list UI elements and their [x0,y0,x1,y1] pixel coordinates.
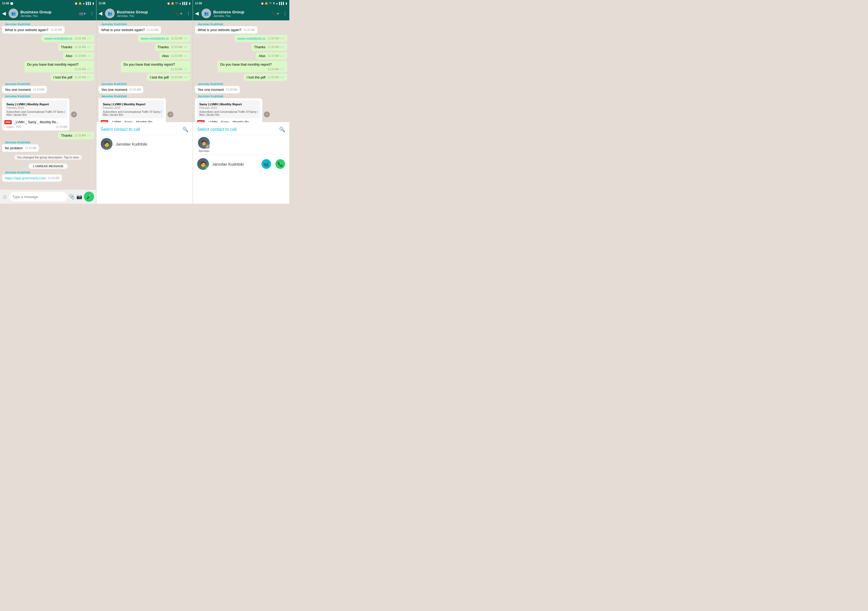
link-text-1[interactable]: www.rocketbots.io [44,36,72,40]
bubble-1: What is your website again? 11:32 AM [2,26,65,34]
message-row-3: Thanks 11:33 AM ✓✓ [2,43,94,51]
link-text-2[interactable]: https://app.grammarly.com [5,176,46,180]
group-title-3: Business Group [213,10,269,14]
bubble-9: Thanks 11:33 AM ✓✓ [58,132,94,139]
sender-name-10: Jaroslav Kudritski [2,141,30,144]
menu-icon-1[interactable]: ⋮ [90,11,94,16]
bubble-10: No problem 11:33 AM [2,144,39,152]
message-row-4: Also 11:33 AM ✓✓ [2,52,94,59]
alarm-icon-3: ⏰ [261,2,264,5]
battery-icon-3: ▮ [285,2,287,5]
pdf-icon-1: PDF [4,120,12,124]
recent-name-3: Jaroslav [198,149,209,152]
status-bar-2: 11:58 ⏰ 🔔 📷 ▲ ▌▌▌ ▮ [96,0,193,6]
wifi-icon-2: ▲ [179,2,181,5]
call-icon-2[interactable]: 📞+ [175,11,183,16]
search-button-2[interactable]: 🔍 [183,127,188,132]
status-time-3: 11:58 [195,2,202,5]
chat-body-3: Jaroslav Kudritski What is your website … [193,20,289,122]
status-bar-1: 11:58 ⬤ ⏰ 🔔 ▲ ▌▌▌ ▮ [0,0,96,6]
group-avatar-3: 👥 [202,9,211,18]
bubble-11: https://app.grammarly.com 11:52 AM [2,174,62,182]
share-btn-3[interactable]: ↗ [264,112,270,117]
message-row-11: Jaroslav Kudritski https://app.grammarly… [2,171,94,182]
back-button-1[interactable]: ◀ [2,11,6,16]
msg-3-8: Jaroslav Kudritski Samy | LVMH | Monthly… [195,95,287,122]
message-row-2: www.rocketbots.io 11:32 AM ✓✓ [2,35,94,42]
bubble-4: Also 11:33 AM ✓✓ [63,52,94,59]
bubble-3: Thanks 11:33 AM ✓✓ [58,43,94,51]
system-message-1[interactable]: You changed the group description. Tap t… [14,155,82,160]
sender-name-8: Jaroslav Kudritski [2,95,30,98]
back-button-3[interactable]: ◀ [195,11,199,16]
recent-avatar-3: 🧑 ✕ [198,137,210,149]
contact-avatar-3-1: 🧑 ✓ [197,158,209,170]
phone-call-button-3[interactable]: 📞 [275,159,285,169]
emoji-button-1[interactable]: ☺ [2,194,8,200]
msg-3-6: I lost the pdf 11:33 AM ✓✓ [195,74,287,81]
contact-name-3-1: Jaroslav Kudritski [212,162,244,166]
msg-2-6: I lost the pdf 11:33 AM ✓✓ [99,74,191,81]
select-contact-section-3: Select contact to call 🔍 🧑 ✕ Jaroslav 🧑 … [193,122,289,204]
pdf-card-1[interactable]: Samy | LVMH | Monthly Report February 20… [2,98,70,130]
camera-icon-2: 📷 [175,2,178,5]
bubble-6: I lost the pdf 11:33 AM ✓✓ [51,74,94,81]
panel-2: 11:58 ⏰ 🔔 📷 ▲ ▌▌▌ ▮ ◀ 👥 Business Group J… [96,0,193,204]
msg-3-2: www.rocketbots.io11:32 AM ✓✓ [195,35,287,42]
message-input-1[interactable] [9,192,67,202]
chat-header-1: ◀ 👥 Business Group Jaroslav, You 📹+ ⋮ [0,6,96,20]
select-contact-title-2: Select contact to call [101,127,140,132]
sender-name-7: Jaroslav Kudritski [2,82,30,85]
search-button-3[interactable]: 🔍 [279,127,285,132]
select-contact-title-3: Select contact to call [197,127,237,132]
share-button-1[interactable]: ↗ [71,112,77,117]
back-button-2[interactable]: ◀ [99,11,102,16]
pdf-meta-1: 7 pages · PDF [4,126,22,129]
mic-button-1[interactable]: 🎤 [84,192,94,202]
wifi-icon: ▲ [82,2,85,5]
call-icon-3[interactable]: 📞+ [271,11,279,16]
msg-2-4: Also 11:33 AM ✓✓ [99,52,191,59]
camera-button-1[interactable]: 📷 [76,194,82,200]
message-row-6: I lost the pdf 11:33 AM ✓✓ [2,74,94,81]
msg-2-5: Do you have that monthly report? 11:33 A… [99,61,191,72]
chat-header-3: ◀ 👥 Business Group Jaroslav, You 📞+ ⋮ [193,6,289,20]
menu-icon-2[interactable]: ⋮ [186,11,191,16]
signal-icon-3: ▌▌▌ [279,2,285,5]
battery-icon-right: ▮ [92,2,94,5]
contact-item-3-1[interactable]: 🧑 ✓ Jaroslav Kudritski 📹 📞 [193,155,289,173]
chat-body-1: Jaroslav Kudritski What is your website … [0,20,96,190]
upload-icon-3: ⬆ [273,2,275,5]
wifi-icon-3: ▲ [276,2,278,5]
pdf-name-1: _LVMH _ Samy _ Monthly Re... [14,120,67,124]
contact-item-2-1[interactable]: 🧑 Jaroslav Kudritski [96,135,193,153]
input-bar-1: ☺ 📎 📷 🎤 [0,190,96,204]
bubble-7: Yes one moment 11:33 AM [2,86,47,93]
pdf-time-1: 11:33 AM [56,126,67,129]
alarm-icon: ⏰ [74,2,78,5]
message-row-1: Jaroslav Kudritski What is your website … [2,23,94,34]
bubble-5: Do you have that monthly report? 11:33 A… [24,61,94,72]
status-time-2: 11:58 [99,2,105,5]
group-sub-1: Jaroslav, You [20,14,76,17]
message-row-10: Jaroslav Kudritski No problem 11:33 AM [2,141,94,152]
msg-2-8: Jaroslav Kudritski Samy | LVMH | Monthly… [99,95,191,122]
menu-icon-3[interactable]: ⋮ [283,11,287,16]
silent-icon-2: 🔔 [171,2,174,5]
select-contact-header-3: Select contact to call 🔍 [193,122,289,135]
camera-icon-3: 📷 [269,2,272,5]
video-call-icon-1[interactable]: 📹+ [78,11,86,16]
remove-badge-3[interactable]: ✕ [206,144,210,149]
chat-header-2: ◀ 👥 Business Group Jaroslav, You 📞+ ⋮ [96,6,193,20]
msg-2-2: www.rocketbots.io11:32 AM ✓✓ [99,35,191,42]
call-buttons-3: 📹 📞 [262,159,285,169]
group-sub-3: Jaroslav, You [213,14,269,17]
share-btn-2[interactable]: ↗ [167,112,173,117]
attachment-button-1[interactable]: 📎 [69,194,75,200]
video-call-button-3[interactable]: 📹 [262,159,271,169]
message-row-7: Jaroslav Kudritski Yes one moment 11:33 … [2,82,94,93]
silent-icon: 🔔 [79,2,82,5]
msg-3-3: Thanks 11:33 AM ✓✓ [195,43,287,51]
group-avatar-2: 👥 [105,9,115,18]
online-badge-3: ✓ [205,166,209,170]
